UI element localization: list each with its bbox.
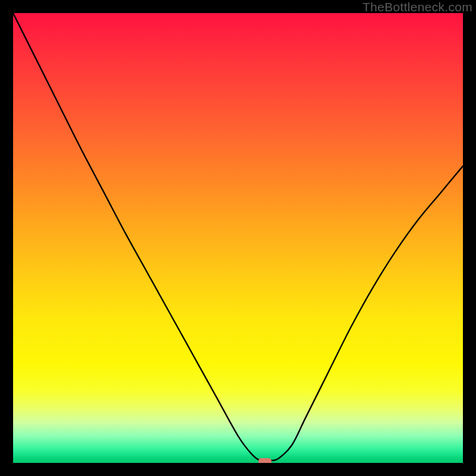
plot-area — [13, 13, 463, 463]
chart-container: TheBottleneck.com — [0, 0, 476, 476]
curve-layer — [13, 13, 463, 463]
bottleneck-curve-path — [13, 13, 463, 461]
watermark-text: TheBottleneck.com — [362, 0, 472, 14]
minimum-marker — [258, 458, 271, 463]
